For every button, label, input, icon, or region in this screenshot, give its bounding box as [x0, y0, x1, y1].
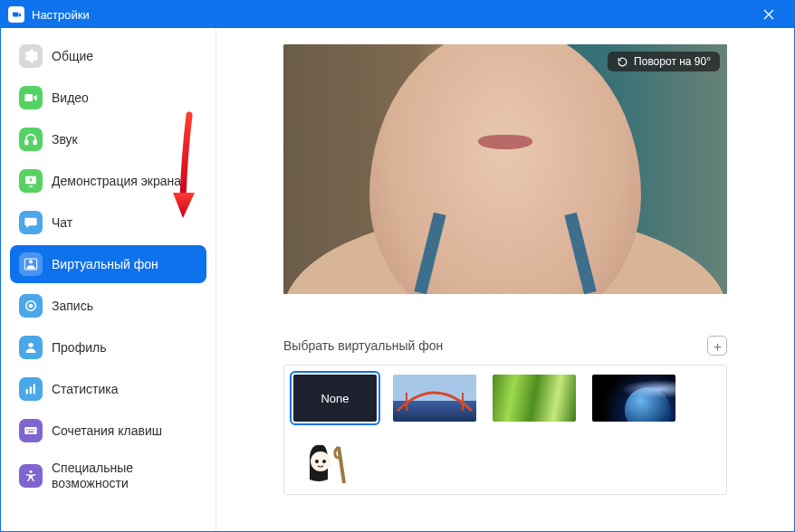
sidebar-item-audio[interactable]: Звук	[10, 120, 206, 158]
sidebar-item-statistics[interactable]: Статистика	[10, 370, 206, 408]
sidebar-item-label: Общие	[52, 49, 93, 64]
svg-rect-16	[28, 432, 34, 432]
sidebar-item-label: Статистика	[52, 382, 119, 397]
bg-thumb-cartoon[interactable]	[293, 438, 377, 485]
svg-line-23	[339, 447, 344, 483]
bg-thumb-earth[interactable]	[592, 375, 675, 422]
sidebar-item-shortcuts[interactable]: Сочетания клавиш	[10, 412, 206, 450]
titlebar: Настройки	[1, 1, 794, 28]
sidebar-item-general[interactable]: Общие	[10, 37, 206, 75]
sidebar-item-video[interactable]: Видео	[10, 79, 206, 117]
svg-rect-1	[34, 140, 36, 144]
plus-icon: ＋	[711, 339, 724, 353]
svg-point-3	[29, 260, 33, 263]
svg-point-7	[28, 343, 33, 347]
close-button[interactable]	[751, 1, 787, 28]
section-title: Выбрать виртуальный фон	[283, 338, 443, 353]
svg-rect-14	[32, 429, 33, 430]
record-icon	[19, 294, 43, 318]
rotate-icon	[617, 56, 628, 68]
bg-thumb-grass[interactable]	[493, 375, 576, 422]
settings-window: Настройки Общие Видео	[0, 0, 795, 532]
add-background-button[interactable]: ＋	[707, 336, 727, 356]
sidebar-item-label: Виртуальный фон	[52, 257, 158, 272]
sidebar-item-label: Сочетания клавиш	[52, 423, 162, 439]
gear-icon	[19, 44, 43, 68]
sidebar-item-label: Звук	[52, 132, 78, 147]
keyboard-icon	[19, 419, 43, 442]
share-screen-icon	[19, 169, 43, 193]
profile-icon	[19, 336, 43, 359]
sidebar-item-recording[interactable]: Запись	[10, 287, 206, 325]
rotate-label: Поворот на 90°	[634, 55, 711, 68]
svg-point-17	[29, 470, 32, 473]
thumbs-container: None	[283, 365, 727, 495]
window-title: Настройки	[32, 8, 90, 22]
svg-rect-11	[24, 427, 36, 434]
video-preview: Поворот на 90°	[283, 44, 727, 294]
svg-point-6	[29, 304, 34, 309]
sidebar-item-profile[interactable]: Профиль	[10, 328, 206, 366]
rotate-button[interactable]: Поворот на 90°	[608, 52, 720, 71]
settings-sidebar: Общие Видео Звук Демонстрация экрана	[1, 28, 216, 531]
bg-thumb-none[interactable]: None	[293, 375, 377, 422]
accessibility-icon	[19, 464, 43, 488]
svg-point-20	[311, 451, 330, 471]
sidebar-item-label: Чат	[52, 215, 72, 231]
stats-icon	[19, 377, 43, 401]
sidebar-item-chat[interactable]: Чат	[10, 204, 206, 242]
svg-rect-9	[30, 386, 32, 394]
close-icon	[763, 9, 774, 20]
sidebar-item-label: Профиль	[52, 340, 106, 356]
chat-icon	[19, 211, 43, 234]
bg-thumb-label: None	[321, 392, 349, 405]
virtual-background-icon	[19, 252, 43, 276]
sidebar-item-label: Запись	[52, 299, 93, 314]
headphones-icon	[19, 128, 43, 151]
svg-rect-0	[25, 140, 28, 144]
svg-point-22	[322, 460, 326, 463]
video-icon	[19, 86, 43, 109]
svg-point-21	[315, 460, 319, 463]
svg-rect-10	[34, 385, 35, 394]
svg-rect-12	[26, 429, 27, 430]
sidebar-item-share-screen[interactable]: Демонстрация экрана	[10, 162, 206, 200]
sidebar-item-virtual-background[interactable]: Виртуальный фон	[10, 245, 206, 283]
app-icon	[8, 6, 24, 23]
svg-rect-8	[26, 389, 28, 394]
svg-rect-13	[29, 429, 30, 430]
svg-rect-15	[34, 429, 34, 430]
sidebar-item-label: Демонстрация экрана	[52, 174, 181, 189]
bg-thumb-bridge[interactable]	[393, 375, 476, 422]
content-area: Поворот на 90° Выбрать виртуальный фон ＋…	[216, 28, 794, 531]
sidebar-item-label: Специальные возможности	[52, 461, 197, 491]
sidebar-item-accessibility[interactable]: Специальные возможности	[10, 453, 206, 499]
sidebar-item-label: Видео	[52, 90, 89, 106]
